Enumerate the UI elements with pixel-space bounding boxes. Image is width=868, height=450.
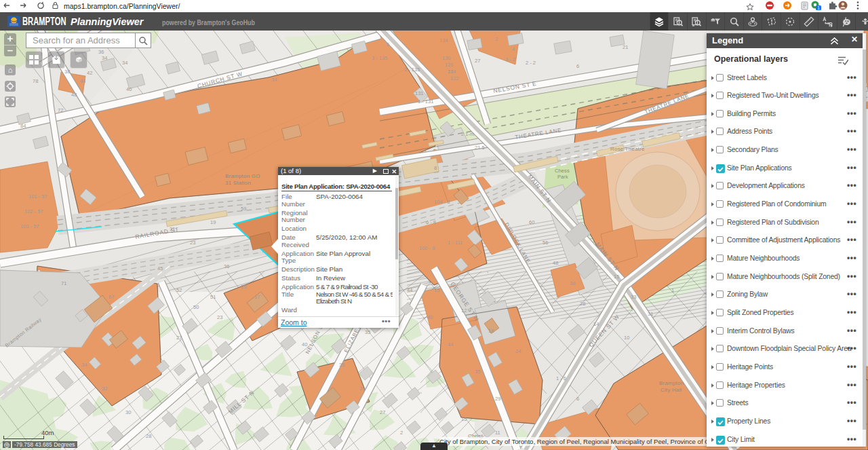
svg-text:38: 38	[64, 69, 70, 75]
svg-text:4: 4	[512, 46, 515, 52]
svg-text:15: 15	[614, 274, 619, 280]
svg-text:34: 34	[271, 77, 277, 83]
svg-text:1 - 111: 1 - 111	[448, 240, 462, 246]
svg-text:31: 31	[170, 226, 175, 232]
svg-text:126: 126	[445, 62, 454, 68]
svg-text:34: 34	[102, 55, 107, 61]
svg-text:45: 45	[157, 265, 163, 271]
svg-text:104 - 8: 104 - 8	[434, 199, 450, 205]
svg-text:28: 28	[146, 433, 151, 439]
svg-text:42: 42	[87, 70, 92, 76]
svg-text:19: 19	[241, 284, 246, 290]
svg-text:Brampton: Brampton	[659, 380, 684, 386]
svg-text:1 - 131: 1 - 131	[418, 98, 433, 105]
svg-text:32: 32	[102, 386, 107, 392]
svg-text:Rose Theatre: Rose Theatre	[610, 146, 645, 152]
svg-text:38: 38	[570, 280, 575, 286]
svg-text:28: 28	[580, 301, 585, 307]
svg-text:10: 10	[624, 335, 629, 341]
svg-text:27: 27	[475, 58, 480, 64]
svg-text:27: 27	[176, 335, 182, 341]
svg-text:21 5: 21 5	[475, 145, 485, 151]
svg-text:City Hall: City Hall	[660, 387, 682, 393]
svg-text:35: 35	[365, 329, 370, 335]
svg-text:130: 130	[442, 55, 451, 61]
svg-text:15: 15	[461, 416, 467, 422]
svg-text:12: 12	[461, 307, 467, 314]
svg-text:6 - 8: 6 - 8	[426, 219, 436, 225]
svg-text:31 Station: 31 Station	[225, 180, 251, 186]
svg-text:17: 17	[254, 294, 260, 300]
svg-text:122: 122	[450, 75, 459, 81]
svg-text:71: 71	[61, 280, 66, 286]
svg-text:67: 67	[108, 294, 114, 300]
svg-text:52: 52	[176, 287, 182, 293]
svg-text:1: 1	[817, 5, 820, 10]
svg-text:Chess: Chess	[555, 168, 570, 174]
svg-text:102 - 57: 102 - 57	[24, 208, 43, 214]
svg-text:124: 124	[448, 69, 456, 75]
svg-text:72: 72	[58, 107, 63, 113]
svg-text:59: 59	[241, 206, 246, 212]
svg-text:6: 6	[576, 63, 579, 69]
svg-text:50: 50	[193, 304, 199, 310]
svg-text:8: 8	[434, 165, 437, 171]
svg-text:2: 2	[400, 430, 403, 436]
svg-text:40: 40	[427, 314, 433, 320]
svg-text:27: 27	[380, 409, 385, 415]
svg-text:Park: Park	[557, 174, 568, 180]
svg-text:2 - 2: 2 - 2	[526, 60, 536, 66]
svg-text:131: 131	[415, 90, 424, 96]
svg-text:48: 48	[553, 260, 558, 266]
svg-text:100 - 8: 100 - 8	[419, 245, 435, 251]
svg-text:1 - 6: 1 - 6	[556, 375, 566, 381]
svg-text:2 1-m: 2 1-m	[461, 131, 474, 137]
svg-text:30: 30	[125, 409, 131, 415]
svg-text:18: 18	[488, 328, 494, 334]
svg-text:60: 60	[529, 219, 534, 225]
svg-text:15: 15	[434, 287, 439, 293]
svg-text:29: 29	[495, 396, 500, 402]
svg-text:1: 1	[671, 287, 674, 293]
svg-text:134: 134	[439, 37, 448, 43]
svg-text:56: 56	[542, 240, 548, 246]
svg-text:35: 35	[475, 369, 480, 375]
svg-text:33: 33	[631, 294, 636, 300]
svg-text:29: 29	[359, 386, 365, 392]
svg-text:44: 44	[448, 341, 453, 348]
svg-text:44: 44	[407, 287, 412, 293]
svg-text:101 - 57: 101 - 57	[28, 193, 47, 200]
svg-text:36: 36	[98, 49, 104, 55]
svg-text:3 - 135: 3 - 135	[372, 55, 387, 61]
svg-text:6: 6	[576, 396, 579, 402]
svg-text:44: 44	[80, 78, 85, 84]
svg-text:84: 84	[20, 123, 26, 129]
svg-text:14: 14	[593, 321, 599, 327]
svg-text:35: 35	[339, 362, 344, 368]
svg-text:34: 34	[122, 60, 127, 66]
svg-text:103 - 57: 103 - 57	[20, 223, 39, 229]
svg-text:3 - 2: 3 - 2	[505, 56, 515, 62]
svg-text:23: 23	[190, 240, 195, 246]
svg-text:31: 31	[648, 311, 653, 317]
svg-text:78: 78	[33, 78, 38, 84]
svg-text:34: 34	[81, 362, 87, 368]
svg-text:2 - 135: 2 - 135	[404, 67, 420, 73]
svg-text:48: 48	[71, 92, 77, 98]
svg-text:36: 36	[224, 263, 229, 269]
svg-text:11: 11	[495, 430, 500, 436]
svg-text:19: 19	[210, 219, 216, 225]
svg-text:Brampton GO: Brampton GO	[225, 173, 260, 179]
svg-text:40: 40	[302, 341, 307, 348]
svg-text:40: 40	[126, 86, 132, 92]
svg-text:6: 6	[387, 41, 389, 48]
svg-text:24: 24	[515, 348, 521, 354]
svg-text:23: 23	[217, 314, 222, 320]
svg-text:2: 2	[495, 36, 498, 42]
svg-text:21: 21	[623, 44, 628, 50]
svg-text:51: 51	[210, 294, 216, 300]
